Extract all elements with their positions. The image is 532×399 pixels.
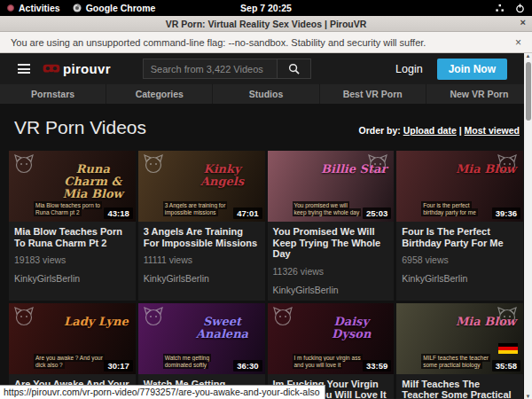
video-thumbnail[interactable]: Daisy Dyson I m fucking your virgin ass … xyxy=(268,303,395,374)
video-thumbnail[interactable]: Mia Blow Four is the perfect birthday pa… xyxy=(396,151,523,222)
video-info: Four Is The Perfect Birthday Party For M… xyxy=(396,222,523,289)
studio-cat-logo-icon xyxy=(143,154,164,174)
video-card[interactable]: Mia Blow MILF teaches the teacher some p… xyxy=(396,303,523,399)
video-thumbnail[interactable]: Kinky Angels 3 Angels are training for i… xyxy=(138,151,265,222)
duration-badge: 47:01 xyxy=(233,207,262,219)
german-flag-icon xyxy=(498,343,518,355)
chrome-warning-infobar: You are using an unsupported command-lin… xyxy=(0,32,532,53)
video-info: You Promised We Will Keep Trying The Who… xyxy=(268,222,395,301)
activities-label: Activities xyxy=(19,3,60,13)
studio-cat-logo-icon xyxy=(13,154,35,174)
view-count: 6958 views xyxy=(402,254,518,265)
site-logo[interactable]: pirouvr xyxy=(43,61,111,76)
scrollbar-thumb[interactable] xyxy=(526,62,531,121)
duration-badge: 25:03 xyxy=(363,207,391,219)
video-title[interactable]: 3 Angels Are Training For Impossible Mis… xyxy=(144,226,260,248)
window-close-button[interactable]: × xyxy=(520,17,526,27)
recording-indicator-icon xyxy=(7,4,14,12)
video-info: 3 Angels Are Training For Impossible Mis… xyxy=(138,222,265,289)
vr-goggles-icon xyxy=(43,63,60,74)
thumbnail-performer-name: Sweet Analena xyxy=(187,316,258,340)
order-by: Order by: Upload date | Most viewed xyxy=(358,125,520,136)
order-separator: | xyxy=(459,125,462,136)
nav-item-pornstars[interactable]: Pornstars xyxy=(0,84,106,104)
video-info: Mia Blow Teaches Porn To Runa Charm Pt 2… xyxy=(9,222,136,289)
thumbnail-caption: Mia Blow teaches porn to Runa Charm pt 2 xyxy=(34,202,103,216)
studio-cat-logo-icon xyxy=(272,307,293,326)
site-header: pirouvr Login Join Now xyxy=(0,53,532,84)
thumbnail-caption: MILF teaches the teacher some practical … xyxy=(421,355,490,369)
status-url-tooltip: https://pirouvr.com/vr-porn-video/779325… xyxy=(0,385,325,399)
video-grid: Runa Charm & Mia Blow Mia Blow teaches p… xyxy=(9,151,523,399)
duration-badge: 30:17 xyxy=(104,360,132,372)
thumbnail-caption: Are you awake ? And your dick also ? xyxy=(34,355,103,369)
video-thumbnail[interactable]: Mia Blow MILF teaches the teacher some p… xyxy=(396,303,523,374)
activities-button[interactable]: Activities xyxy=(7,3,60,13)
app-menu-label: Google Chrome xyxy=(86,3,156,13)
studio-link[interactable]: KinkyGirlsBerlin xyxy=(402,273,518,284)
thumbnail-performer-name: Daisy Dyson xyxy=(316,316,387,340)
duration-badge: 39:36 xyxy=(492,207,520,219)
video-card[interactable]: Runa Charm & Mia Blow Mia Blow teaches p… xyxy=(9,151,136,301)
studio-cat-logo-icon xyxy=(143,307,164,326)
nav-item-new-vr-porn[interactable]: New VR Porn xyxy=(426,84,532,104)
order-link-most-viewed[interactable]: Most viewed xyxy=(465,125,520,136)
video-thumbnail[interactable]: Runa Charm & Mia Blow Mia Blow teaches p… xyxy=(9,151,136,222)
video-card[interactable]: Mia Blow Four is the perfect birthday pa… xyxy=(396,151,523,301)
video-title[interactable]: Four Is The Perfect Birthday Party For M… xyxy=(402,226,518,248)
warning-message: You are using an unsupported command-lin… xyxy=(11,37,426,48)
duration-badge: 36:30 xyxy=(233,360,262,372)
scrollbar-down-arrow[interactable]: ▼ xyxy=(524,394,532,399)
duration-badge: 33:59 xyxy=(363,360,391,372)
thumbnail-caption: Watch me getting dominated softly xyxy=(163,355,232,369)
video-info: Milf Teaches The Teacher Some Practical … xyxy=(396,374,523,399)
video-card[interactable]: Kinky Angels 3 Angels are training for i… xyxy=(138,151,265,301)
nav-item-studios[interactable]: Studios xyxy=(213,84,319,104)
view-count: 11111 views xyxy=(144,254,260,265)
thumbnail-caption: 3 Angels are training for impossible mis… xyxy=(163,202,232,216)
video-thumbnail[interactable]: Billie Star You promised we will keep tr… xyxy=(268,151,395,222)
hamburger-menu-icon[interactable] xyxy=(18,62,30,76)
video-card[interactable]: Billie Star You promised we will keep tr… xyxy=(268,151,395,301)
thumbnail-performer-name: Kinky Angels xyxy=(187,163,258,188)
nav-item-best-vr-porn[interactable]: Best VR Porn xyxy=(320,84,426,104)
power-icon[interactable] xyxy=(515,4,525,13)
page-heading-row: VR Porn Videos Order by: Upload date | M… xyxy=(0,104,532,145)
thumbnail-performer-name: Lady Lyne xyxy=(64,316,129,328)
search-bar xyxy=(143,59,311,79)
thumbnail-performer-name: Mia Blow xyxy=(456,163,516,176)
video-title[interactable]: You Promised We Will Keep Trying The Who… xyxy=(273,226,389,260)
studio-link[interactable]: KinkyGirlsBerlin xyxy=(14,273,130,284)
video-thumbnail[interactable]: Lady Lyne Are you awake ? And your dick … xyxy=(9,303,136,374)
scrollbar-up-arrow[interactable]: ▲ xyxy=(524,53,532,59)
video-thumbnail[interactable]: Sweet Analena Watch me getting dominated… xyxy=(138,303,265,374)
search-button[interactable] xyxy=(278,59,311,79)
order-link-upload-date[interactable]: Upload date xyxy=(403,125,457,136)
system-tray-icon[interactable] xyxy=(495,4,505,13)
thumbnail-performer-name: Billie Star xyxy=(321,163,387,176)
chrome-icon xyxy=(73,4,82,12)
thumbnail-performer-name: Mia Blow xyxy=(456,316,516,328)
login-link[interactable]: Login xyxy=(395,63,423,75)
studio-link[interactable]: KinkyGirlsBerlin xyxy=(144,273,260,284)
infobar-close-button[interactable]: × xyxy=(515,36,521,49)
page-scrollbar[interactable]: ▲ ▼ xyxy=(524,53,532,399)
app-menu-google-chrome[interactable]: Google Chrome xyxy=(73,3,156,13)
logo-text: pirouvr xyxy=(63,61,111,76)
video-title[interactable]: Mia Blow Teaches Porn To Runa Charm Pt 2 xyxy=(14,226,130,248)
search-input[interactable] xyxy=(143,59,278,79)
search-icon xyxy=(288,63,300,74)
duration-badge: 35:58 xyxy=(492,360,520,372)
nav-item-categories[interactable]: Categories xyxy=(106,84,213,104)
view-count: 11326 views xyxy=(273,266,389,277)
system-top-bar: Activities Google Chrome Sep 7 20:25 xyxy=(0,0,532,16)
video-title[interactable]: Milf Teaches The Teacher Some Practical … xyxy=(402,379,518,399)
thumbnail-caption: I m fucking your virgin ass and you will… xyxy=(293,355,362,369)
join-now-button[interactable]: Join Now xyxy=(437,59,507,80)
order-by-label: Order by: xyxy=(358,125,400,136)
studio-link[interactable]: KinkyGirlsBerlin xyxy=(273,285,389,295)
thumbnail-performer-name: Runa Charm & Mia Blow xyxy=(58,163,129,200)
window-title: VR Porn: Virtual Reality Sex Videos | Pi… xyxy=(166,19,367,29)
view-count: 19183 views xyxy=(14,254,130,265)
clock[interactable]: Sep 7 20:25 xyxy=(240,3,292,13)
